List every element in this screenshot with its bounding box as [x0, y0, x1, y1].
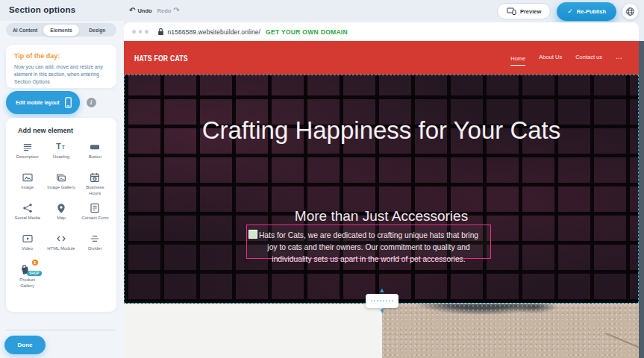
sidebar-tabs: AI Content Elements Design [6, 23, 116, 37]
button-icon [89, 141, 101, 153]
republish-button[interactable]: ✓ Re-Publish [557, 2, 616, 21]
resize-arrow-up-icon: ▲ [379, 287, 386, 294]
section-resize-handle[interactable]: ▲ ▼ [366, 294, 398, 308]
preview-label: Preview [520, 8, 541, 15]
site-nav: Home About Us Contact us ⋯ [510, 41, 622, 75]
undo-redo-group: ↶ Undo Redo ↷ [129, 0, 180, 21]
social-media-icon [22, 202, 34, 214]
description-icon [22, 141, 34, 153]
product-gallery-icon: $ SHOP [19, 263, 37, 276]
nav-contact-us[interactable]: Contact us [575, 54, 602, 62]
undo-icon: ↶ [129, 7, 135, 14]
browser-dot [139, 30, 143, 34]
tip-title: Tip of the day: [14, 52, 108, 60]
map-pin-icon [55, 202, 67, 214]
redo-label: Redo [157, 7, 172, 14]
site-url: n1566589.websitebuilder.online/ [168, 28, 261, 36]
republish-label: Re-Publish [577, 8, 606, 15]
tip-card: Tip of the day: Now you can add, move an… [6, 45, 116, 88]
canvas-scrollbar[interactable] [639, 41, 644, 358]
image-icon [22, 172, 34, 183]
add-element-image-gallery[interactable]: Image Gallery [44, 172, 78, 198]
redo-icon: ↷ [173, 7, 179, 14]
add-element-description[interactable]: Description [10, 141, 44, 168]
redo-button[interactable]: Redo ↷ [157, 7, 180, 14]
browser-dots [132, 30, 149, 34]
html-module-icon [55, 233, 67, 245]
new-badge-icon: $ [32, 260, 38, 266]
app-root: Section options ↶ Undo Redo ↷ Preview ✓ … [0, 0, 644, 358]
sidebar: AI Content Elements Design Tip of the da… [0, 21, 124, 358]
hero-heading[interactable]: Crafting Happiness for Your Cats [195, 114, 568, 148]
add-element-contact-form[interactable]: Contact Form [78, 202, 112, 229]
check-icon: ✓ [567, 7, 573, 15]
undo-label: Undo [137, 7, 151, 14]
add-element-video[interactable]: Video [10, 233, 44, 260]
pavement-image [382, 304, 644, 358]
add-element-button[interactable]: Button [78, 141, 112, 168]
add-element-image[interactable]: Image [10, 172, 44, 198]
add-element-html-module[interactable]: HTML Module [44, 233, 78, 260]
page-title: Section options [9, 5, 75, 14]
topbar: Section options ↶ Undo Redo ↷ Preview ✓ … [0, 0, 644, 21]
video-icon [22, 233, 34, 245]
phone-icon [64, 97, 72, 108]
sidebar-divider [6, 330, 116, 330]
add-element-map[interactable]: Map [44, 202, 78, 229]
add-element-heading[interactable]: TT Heading [44, 141, 78, 168]
globe-icon [625, 7, 635, 16]
undo-button[interactable]: ↶ Undo [129, 7, 152, 14]
browser-dot [132, 30, 136, 34]
site-logo[interactable]: HATS FOR CATS [134, 54, 188, 63]
element-grid: Description TT Heading Button Image Imag… [10, 141, 112, 290]
hero-paragraph: Hats for Cats, we are dedicated to craft… [247, 225, 490, 266]
hero-section[interactable]: Crafting Happiness for Your Cats More th… [124, 75, 639, 304]
tab-ai-content[interactable]: AI Content [7, 25, 43, 36]
preview-button[interactable]: Preview [497, 3, 551, 19]
add-element-panel: Add new element Description TT Heading B… [6, 118, 116, 312]
drag-handle[interactable] [248, 230, 257, 239]
devices-icon [507, 7, 516, 15]
add-element-social-media[interactable]: Social Media [10, 202, 44, 229]
tip-body: Now you can add, move and resize any ele… [14, 63, 108, 87]
tab-design[interactable]: Design [79, 25, 115, 36]
get-domain-link[interactable]: GET YOUR OWN DOMAIN [266, 28, 348, 36]
edit-mobile-row: Edit mobile layout i [6, 90, 96, 114]
shop-badge: SHOP [27, 271, 42, 276]
site-canvas: n1566589.websitebuilder.online/ GET YOUR… [124, 22, 644, 358]
site-header: HATS FOR CATS Home About Us Contact us ⋯ [124, 41, 639, 75]
edit-mobile-layout-button[interactable]: Edit mobile layout [6, 91, 80, 114]
svg-text:T: T [56, 142, 61, 151]
divider-icon [89, 233, 101, 245]
browser-dot [145, 30, 149, 34]
hero-subheading[interactable]: More than Just Accessories [295, 208, 468, 224]
selected-text-element[interactable]: Hats for Cats, we are dedicated to craft… [246, 224, 491, 259]
add-element-product-gallery[interactable]: $ SHOP Product Gallery [10, 263, 44, 290]
nav-more-icon[interactable]: ⋯ [616, 54, 622, 62]
language-globe-button[interactable] [622, 4, 638, 19]
add-element-divider[interactable]: Divider [78, 233, 112, 260]
svg-text:T: T [62, 145, 65, 150]
browser-bar: n1566589.websitebuilder.online/ GET YOUR… [124, 22, 639, 41]
tab-elements[interactable]: Elements [43, 25, 79, 36]
nav-about-us[interactable]: About Us [539, 54, 562, 62]
resize-arrow-down-icon: ▼ [379, 308, 386, 315]
business-hours-icon [89, 172, 101, 183]
done-button[interactable]: Done [4, 336, 46, 354]
add-element-title: Add new element [18, 127, 112, 134]
topbar-actions: Preview ✓ Re-Publish [497, 0, 638, 22]
nav-home[interactable]: Home [510, 55, 525, 66]
heading-icon: TT [55, 141, 67, 153]
lock-icon [157, 28, 164, 36]
edit-mobile-label: Edit mobile layout [16, 100, 60, 105]
image-gallery-icon [55, 172, 67, 183]
contact-form-icon [89, 202, 101, 214]
info-icon[interactable]: i [87, 98, 96, 107]
add-element-business-hours[interactable]: Business Hours [78, 172, 112, 198]
